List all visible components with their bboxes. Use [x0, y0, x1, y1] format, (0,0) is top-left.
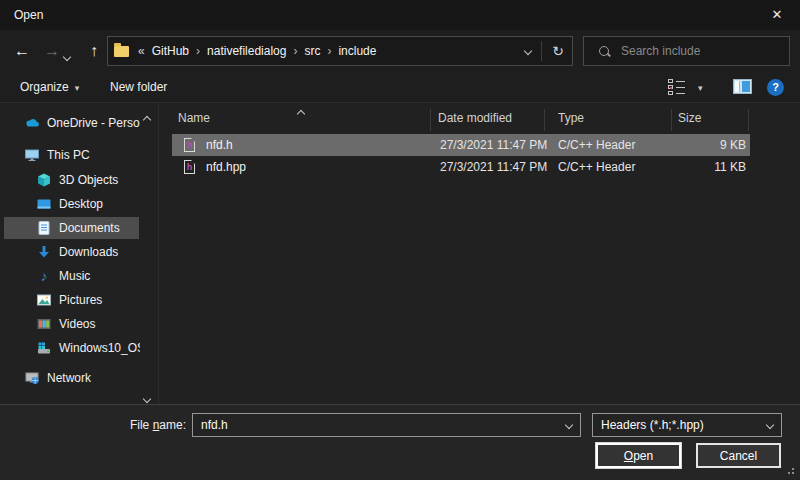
column-divider[interactable] — [748, 109, 749, 131]
sidebar-scroll-up-icon[interactable] — [144, 112, 150, 126]
details-view-icon[interactable] — [668, 79, 686, 96]
downloads-icon — [36, 244, 52, 260]
column-divider[interactable] — [544, 109, 545, 131]
resize-grip[interactable] — [786, 462, 798, 474]
file-name-label: File name: — [80, 405, 186, 445]
sidebar-item-videos[interactable]: Videos — [0, 313, 140, 335]
column-header-name[interactable]: Name — [178, 111, 210, 125]
sidebar-item-label: OneDrive - Persor — [47, 116, 140, 130]
chevron-down-icon — [63, 53, 71, 61]
search-icon — [598, 45, 611, 58]
column-header-date-modified[interactable]: Date modified — [438, 111, 512, 125]
address-dropdown-chevron-icon[interactable] — [524, 47, 532, 55]
3d-objects-icon — [36, 172, 52, 188]
file-date-cell: 27/3/2021 11:47 PM — [440, 156, 547, 178]
title-bar: Open ✕ — [0, 0, 800, 30]
refresh-icon[interactable]: ↻ — [552, 43, 564, 59]
onedrive-icon — [24, 115, 40, 131]
drive-icon — [36, 340, 52, 356]
sidebar-item-label: Desktop — [59, 197, 103, 211]
sidebar-item-pictures[interactable]: Pictures — [0, 289, 140, 311]
open-button[interactable]: Open — [596, 443, 681, 468]
sidebar-item-label: This PC — [47, 148, 90, 162]
breadcrumb-separator: › — [196, 44, 200, 58]
column-divider[interactable] — [671, 109, 672, 131]
file-name-value: nfd.h — [201, 418, 228, 432]
column-divider[interactable] — [430, 109, 431, 131]
this-pc-icon — [24, 147, 40, 163]
up-icon[interactable]: ↑ — [80, 30, 108, 72]
pictures-icon — [36, 292, 52, 308]
help-icon[interactable]: ? — [767, 79, 784, 96]
divider — [541, 41, 542, 61]
column-header-size[interactable]: Size — [678, 111, 701, 125]
sidebar-item-downloads[interactable]: Downloads — [0, 241, 140, 263]
chevron-down-icon[interactable] — [766, 421, 774, 429]
sidebar-item-music[interactable]: ♪ Music — [0, 265, 140, 287]
desktop-icon — [36, 196, 52, 212]
address-bar[interactable]: « GitHub › nativefiledialog › src › incl… — [107, 36, 573, 66]
search-placeholder: Search include — [621, 44, 700, 58]
file-date-cell: 27/3/2021 11:47 PM — [440, 134, 547, 156]
sidebar-item-label: Videos — [59, 317, 95, 331]
file-type-value: Headers (*.h;*.hpp) — [601, 418, 704, 432]
breadcrumb-item[interactable]: GitHub — [152, 44, 189, 58]
breadcrumb-item[interactable]: nativefiledialog — [207, 44, 286, 58]
sidebar-item-label: Documents — [59, 221, 120, 235]
window-title: Open — [14, 0, 43, 30]
sidebar-item-label: Downloads — [59, 245, 118, 259]
sidebar-item-documents[interactable]: Documents — [4, 217, 139, 239]
music-icon: ♪ — [36, 268, 52, 284]
main-area: OneDrive - Persor This PC 3D Objects Des… — [0, 103, 800, 404]
sidebar-item-label: Pictures — [59, 293, 102, 307]
sidebar-item-this-pc[interactable]: This PC — [0, 144, 140, 166]
sidebar-item-desktop[interactable]: Desktop — [0, 193, 140, 215]
file-name-cell: nfd.h — [206, 134, 233, 156]
file-row-nfd-hpp[interactable]: h nfd.hpp 27/3/2021 11:47 PM C/C++ Heade… — [158, 156, 800, 178]
sidebar-item-label: Network — [47, 371, 91, 385]
file-type-cell: C/C++ Header — [558, 156, 635, 178]
breadcrumb-item[interactable]: src — [304, 44, 320, 58]
sidebar-item-label: Windows10_OS ( — [59, 341, 140, 355]
network-icon — [24, 370, 40, 386]
file-name-cell: nfd.hpp — [206, 156, 246, 178]
breadcrumb-overflow[interactable]: « — [138, 44, 145, 58]
navigation-sidebar: OneDrive - Persor This PC 3D Objects Des… — [0, 103, 158, 404]
breadcrumb-separator: › — [293, 44, 297, 58]
breadcrumb-item[interactable]: include — [338, 44, 376, 58]
close-icon[interactable]: ✕ — [754, 0, 800, 30]
videos-icon — [36, 316, 52, 332]
sidebar-item-3d-objects[interactable]: 3D Objects — [0, 169, 140, 191]
open-dialog-window: Open ✕ ← → ↑ « GitHub › nativefiledialog… — [0, 0, 800, 480]
command-bar: Organize▾ New folder ▾ ? — [0, 72, 800, 103]
sort-ascending-icon[interactable] — [298, 106, 304, 120]
documents-icon — [36, 220, 52, 236]
breadcrumb-separator: › — [327, 44, 331, 58]
sidebar-item-onedrive[interactable]: OneDrive - Persor — [0, 112, 140, 134]
sidebar-item-network[interactable]: Network — [0, 367, 140, 389]
view-options-chevron-icon[interactable]: ▾ — [698, 83, 703, 93]
chevron-down-icon: ▾ — [75, 83, 80, 93]
recent-locations-chevron-icon[interactable] — [64, 49, 70, 63]
file-row-nfd-h[interactable]: h nfd.h 27/3/2021 11:47 PM C/C++ Header … — [158, 134, 800, 156]
organize-label: Organize — [20, 80, 69, 94]
back-icon[interactable]: ← — [8, 30, 36, 72]
file-type-select[interactable]: Headers (*.h;*.hpp) — [592, 413, 782, 437]
sidebar-item-windows10-os[interactable]: Windows10_OS ( — [0, 337, 140, 359]
navigation-toolbar: ← → ↑ « GitHub › nativefiledialog › src … — [0, 30, 800, 72]
file-size-cell: 11 KB — [672, 156, 746, 178]
search-input[interactable]: Search include — [583, 36, 790, 66]
chevron-down-icon[interactable] — [565, 421, 573, 429]
column-header-type[interactable]: Type — [558, 111, 584, 125]
cancel-button[interactable]: Cancel — [696, 443, 781, 468]
file-name-input[interactable]: nfd.h — [192, 413, 581, 437]
new-folder-button[interactable]: New folder — [110, 72, 167, 103]
file-list: Name Date modified Type Size h nfd.h 27/… — [158, 103, 800, 404]
cpp-header-file-icon: h — [184, 160, 195, 174]
preview-pane-icon[interactable] — [733, 79, 752, 94]
organize-button[interactable]: Organize▾ — [20, 72, 79, 104]
sidebar-scroll-down-icon[interactable] — [144, 391, 150, 404]
address-bar-controls: ↻ — [525, 41, 564, 61]
forward-icon[interactable]: → — [38, 30, 66, 72]
dialog-footer: File name: nfd.h Headers (*.h;*.hpp) Ope… — [0, 404, 800, 480]
